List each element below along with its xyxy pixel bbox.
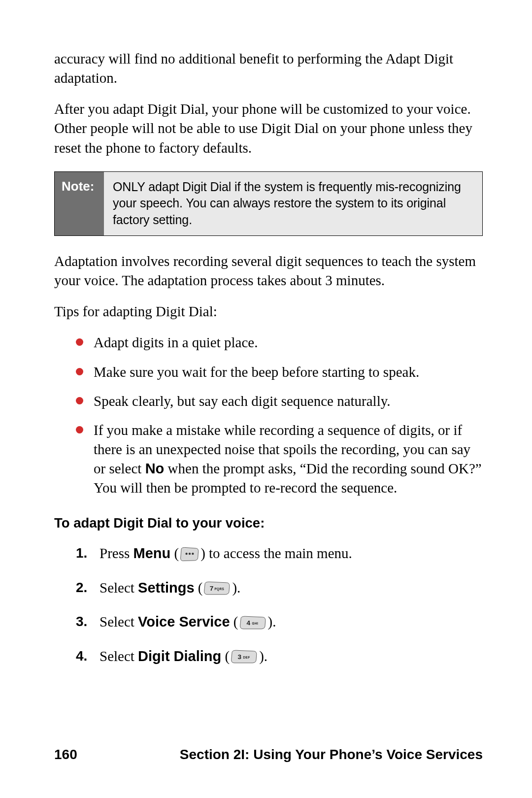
tip-item: Adapt digits in a quiet place. bbox=[76, 333, 483, 352]
step-bold: Menu bbox=[133, 545, 170, 561]
note-body: ONLY adapt Digit Dial if the system is f… bbox=[104, 172, 482, 235]
svg-point-2 bbox=[192, 553, 194, 555]
step-text: Press bbox=[100, 545, 133, 561]
step-bold: Settings bbox=[138, 580, 194, 596]
svg-text:DEF: DEF bbox=[243, 656, 250, 659]
svg-point-0 bbox=[186, 553, 188, 555]
paragraph-3: Adaptation involves recording several di… bbox=[54, 252, 483, 290]
step-2: Select Settings ( 7 PQRS ). bbox=[76, 577, 483, 599]
step-1: Press Menu ( ) to access the main menu. bbox=[76, 543, 483, 565]
svg-text:3: 3 bbox=[238, 653, 242, 661]
page-number: 160 bbox=[54, 747, 77, 763]
paren: ( bbox=[221, 648, 230, 664]
paren: ( bbox=[195, 580, 203, 596]
svg-point-1 bbox=[189, 553, 191, 555]
step-text: Select bbox=[100, 614, 138, 630]
svg-text:4: 4 bbox=[246, 619, 250, 627]
svg-text:7: 7 bbox=[210, 585, 214, 592]
tip-item: If you make a mistake while recording a … bbox=[76, 421, 483, 498]
step-bold: Voice Service bbox=[138, 614, 230, 630]
steps-list: Press Menu ( ) to access the main menu. … bbox=[54, 543, 483, 667]
svg-text:PQRS: PQRS bbox=[215, 587, 225, 591]
section-title: Section 2I: Using Your Phone’s Voice Ser… bbox=[77, 747, 483, 763]
tip4-bold: No bbox=[145, 461, 165, 476]
tip-item: Speak clearly, but say each digit sequen… bbox=[76, 392, 483, 411]
step-bold: Digit Dialing bbox=[138, 648, 221, 664]
menu-key-icon bbox=[180, 546, 200, 562]
key-4-icon: 4 GHI bbox=[239, 615, 267, 630]
svg-text:GHI: GHI bbox=[252, 622, 258, 625]
paren: ). bbox=[268, 614, 276, 630]
paren: ). bbox=[232, 580, 240, 596]
paren: ( bbox=[170, 545, 179, 561]
paragraph-2: After you adapt Digit Dial, your phone w… bbox=[54, 100, 483, 157]
step-text: Select bbox=[100, 580, 138, 596]
tips-list: Adapt digits in a quiet place. Make sure… bbox=[54, 333, 483, 498]
note-label: Note: bbox=[55, 172, 104, 235]
step-4: Select Digit Dialing ( 3 DEF ). bbox=[76, 646, 483, 667]
page-footer: 160 Section 2I: Using Your Phone’s Voice… bbox=[54, 747, 483, 763]
step-text: to access the main menu. bbox=[205, 545, 352, 561]
paren: ) bbox=[200, 545, 205, 561]
step-text: Select bbox=[100, 648, 138, 664]
paren: ( bbox=[230, 614, 238, 630]
key-3-icon: 3 DEF bbox=[231, 649, 258, 664]
paragraph-1: accuracy will find no additional benefit… bbox=[54, 49, 483, 88]
key-7-icon: 7 PQRS bbox=[203, 581, 231, 596]
manual-page: accuracy will find no additional benefit… bbox=[0, 0, 532, 798]
note-box: Note: ONLY adapt Digit Dial if the syste… bbox=[54, 171, 483, 236]
tip-item: Make sure you wait for the beep before s… bbox=[76, 363, 483, 382]
paren: ). bbox=[259, 648, 267, 664]
paragraph-tips-lead: Tips for adapting Digit Dial: bbox=[54, 302, 483, 321]
procedure-heading: To adapt Digit Dial to your voice: bbox=[54, 515, 483, 531]
step-3: Select Voice Service ( 4 GHI ). bbox=[76, 611, 483, 633]
